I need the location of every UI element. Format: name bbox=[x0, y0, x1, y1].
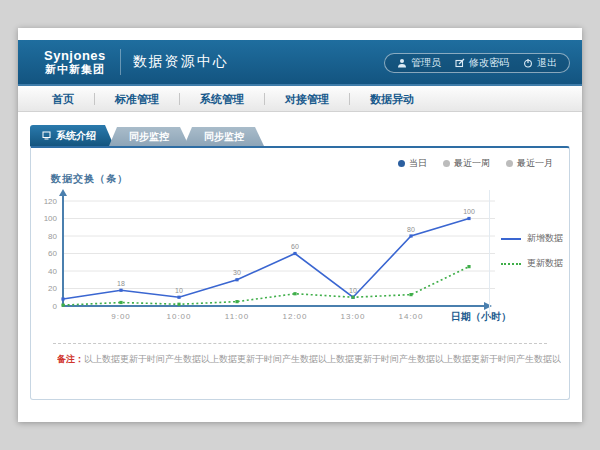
radio-icon bbox=[443, 160, 450, 167]
radio-selected-icon bbox=[398, 160, 405, 167]
data-label: 80 bbox=[407, 226, 415, 233]
legend-divider bbox=[489, 190, 490, 316]
period-option-last-month[interactable]: 最近一月 bbox=[506, 157, 553, 170]
y-tick-label: 40 bbox=[48, 267, 57, 276]
data-label: 10 bbox=[175, 287, 183, 294]
main-nav: 首页 标准管理 系统管理 对接管理 数据异动 bbox=[18, 86, 582, 112]
period-label: 当日 bbox=[409, 157, 427, 170]
x-axis-title: 日期（小时） bbox=[451, 310, 511, 324]
x-axis-arrow-icon bbox=[484, 302, 492, 310]
nav-item-home[interactable]: 首页 bbox=[32, 86, 94, 112]
x-tick-label: 9:00 bbox=[111, 312, 131, 321]
data-point bbox=[293, 292, 296, 295]
nav-item-interface-mgmt[interactable]: 对接管理 bbox=[265, 86, 349, 112]
x-tick-label: 12:00 bbox=[282, 312, 307, 321]
data-label: 30 bbox=[233, 269, 241, 276]
data-point bbox=[409, 293, 412, 296]
y-tick-label: 120 bbox=[44, 197, 58, 206]
period-option-last-week[interactable]: 最近一周 bbox=[443, 157, 490, 170]
y-axis-arrow-icon bbox=[59, 189, 67, 196]
tab-label: 同步监控 bbox=[204, 127, 244, 146]
browser-page: Synjones 新中新集团 数据资源中心 管理员 修改密码 bbox=[18, 28, 582, 422]
data-point bbox=[119, 301, 122, 304]
period-label: 最近一周 bbox=[454, 157, 490, 170]
y-tick-label: 0 bbox=[53, 302, 58, 311]
tab-sync-monitor-2[interactable]: 同步监控 bbox=[184, 127, 264, 146]
data-point bbox=[235, 278, 238, 281]
period-option-today[interactable]: 当日 bbox=[398, 157, 427, 170]
tab-label: 同步监控 bbox=[129, 127, 169, 146]
data-point bbox=[119, 289, 122, 292]
legend-item-new-data: 新增数据 bbox=[501, 232, 563, 245]
page-title: 数据资源中心 bbox=[133, 53, 229, 71]
data-point bbox=[177, 296, 180, 299]
y-tick-label: 100 bbox=[44, 214, 58, 223]
legend-item-updated-data: 更新数据 bbox=[501, 257, 563, 270]
data-point bbox=[467, 217, 470, 220]
radio-icon bbox=[506, 160, 513, 167]
nav-item-system-mgmt[interactable]: 系统管理 bbox=[180, 86, 264, 112]
footnote: 备注：以上数据更新于时间产生数据以上数据更新于时间产生数据以上数据更新于时间产生… bbox=[57, 353, 561, 366]
period-label: 最近一月 bbox=[517, 157, 553, 170]
x-tick-label: 10:00 bbox=[166, 312, 191, 321]
change-password-label: 修改密码 bbox=[469, 56, 509, 70]
app-header: Synjones 新中新集团 数据资源中心 管理员 修改密码 bbox=[18, 40, 582, 86]
logout-button[interactable]: 退出 bbox=[523, 56, 557, 70]
document-icon bbox=[42, 131, 51, 140]
logo[interactable]: Synjones 新中新集团 bbox=[44, 49, 106, 75]
dotted-line-icon bbox=[501, 263, 521, 265]
solid-line-icon bbox=[501, 238, 521, 240]
company-name: 新中新集团 bbox=[44, 63, 106, 75]
data-label: 18 bbox=[117, 280, 125, 287]
data-label: 60 bbox=[291, 243, 299, 250]
logout-label: 退出 bbox=[537, 56, 557, 70]
data-point bbox=[61, 297, 64, 300]
legend-label: 新增数据 bbox=[527, 232, 563, 245]
footnote-text: 以上数据更新于时间产生数据以上数据更新于时间产生数据以上数据更新于时间产生数据以… bbox=[84, 354, 561, 364]
line-chart: 0204060801001209:0010:0011:0012:0013:001… bbox=[33, 188, 499, 326]
header-divider bbox=[120, 49, 121, 75]
user-menu[interactable]: 管理员 bbox=[397, 56, 441, 70]
tab-sync-monitor-1[interactable]: 同步监控 bbox=[109, 127, 189, 146]
legend-label: 更新数据 bbox=[527, 257, 563, 270]
data-point bbox=[467, 265, 470, 268]
x-tick-label: 11:00 bbox=[225, 312, 249, 321]
tab-label: 系统介绍 bbox=[56, 125, 96, 146]
y-tick-label: 20 bbox=[48, 284, 57, 293]
x-tick-label: 13:00 bbox=[340, 312, 365, 321]
nav-item-data-change[interactable]: 数据异动 bbox=[350, 86, 434, 112]
user-name: 管理员 bbox=[411, 56, 441, 70]
y-tick-label: 80 bbox=[48, 232, 57, 241]
data-point bbox=[293, 252, 296, 255]
x-tick-label: 14:00 bbox=[398, 312, 423, 321]
tab-system-intro[interactable]: 系统介绍 bbox=[30, 125, 114, 146]
footnote-label: 备注： bbox=[57, 354, 84, 364]
change-password-button[interactable]: 修改密码 bbox=[455, 56, 509, 70]
data-point bbox=[351, 296, 354, 299]
series-legend: 新增数据 更新数据 bbox=[501, 232, 563, 282]
data-point bbox=[177, 303, 180, 306]
y-axis-title: 数据交换（条） bbox=[51, 172, 128, 186]
y-tick-label: 60 bbox=[48, 249, 57, 258]
nav-item-standard-mgmt[interactable]: 标准管理 bbox=[95, 86, 179, 112]
note-divider bbox=[53, 343, 547, 344]
power-icon bbox=[523, 58, 533, 68]
data-point bbox=[61, 304, 64, 307]
period-filter: 当日 最近一周 最近一月 bbox=[398, 157, 553, 170]
data-point bbox=[409, 234, 412, 237]
user-icon bbox=[397, 58, 407, 68]
content-panel: 当日 最近一周 最近一月 数据交换（条） 0204060801001209:00… bbox=[30, 146, 570, 400]
user-toolbar: 管理员 修改密码 退出 bbox=[384, 53, 570, 73]
tab-bar: 系统介绍 同步监控 同步监控 bbox=[30, 125, 264, 146]
data-point bbox=[235, 300, 238, 303]
edit-icon bbox=[455, 58, 465, 68]
brand-name: Synjones bbox=[44, 49, 106, 63]
data-label: 10 bbox=[349, 287, 357, 294]
data-label: 100 bbox=[463, 208, 475, 215]
